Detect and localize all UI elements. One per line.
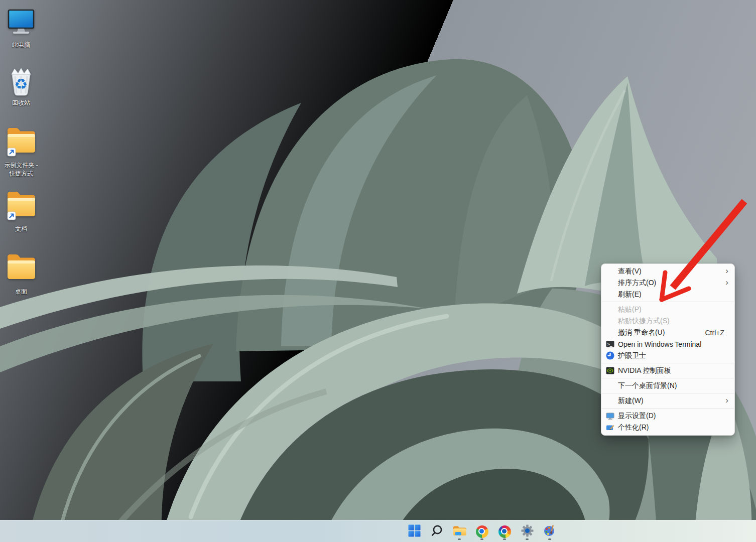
search-icon <box>431 524 443 539</box>
desktop-icon-label: 此电脑 <box>2 41 41 49</box>
eye-care-clock-icon <box>605 351 614 360</box>
display-settings-icon <box>605 412 614 421</box>
menu-item-display-settings[interactable]: 显示设置(D) <box>601 410 734 422</box>
menu-item-view[interactable]: 查看(V) › <box>601 265 734 277</box>
chrome-icon <box>476 525 488 538</box>
menu-item-new[interactable]: 新建(W) › <box>601 395 734 406</box>
nvidia-icon <box>605 366 614 375</box>
windows-terminal-icon: >_ <box>605 340 614 349</box>
running-indicator <box>548 538 551 540</box>
desktop-icon-label: 回收站 <box>2 99 41 107</box>
running-indicator <box>503 538 506 540</box>
desktop-icon-label: 文档 <box>2 225 41 233</box>
file-explorer-button[interactable] <box>449 521 469 541</box>
menu-item-undo-rename[interactable]: 撤消 重命名(U) Ctrl+Z <box>601 327 734 338</box>
folder-icon <box>0 252 42 286</box>
pinwheel-browser-icon <box>498 525 511 538</box>
paint-palette-icon <box>543 524 556 539</box>
desktop-icon-label: 桌面 <box>2 288 41 296</box>
desktop-icon-documents[interactable]: 文档 <box>0 189 42 233</box>
running-indicator <box>458 538 461 540</box>
running-indicator <box>480 538 483 540</box>
personalization-icon <box>605 423 614 432</box>
menu-item-paste-shortcut: 粘贴快捷方式(S) <box>601 315 734 327</box>
taskbar-icon-group <box>404 520 560 542</box>
pinwheel-browser-button[interactable] <box>494 521 515 541</box>
folder-shortcut-icon <box>0 125 42 160</box>
menu-item-personalize[interactable]: 个性化(R) <box>601 422 734 433</box>
chrome-button[interactable] <box>472 521 492 541</box>
menu-item-next-desktop-background[interactable]: 下一个桌面背景(N) <box>601 380 734 391</box>
menu-separator <box>602 302 734 302</box>
search-button[interactable] <box>427 521 447 541</box>
desktop-icon-label: 示例文件夹 - 快捷方式 <box>2 161 41 178</box>
desktop-icon-sample-folder-shortcut[interactable]: 示例文件夹 - 快捷方式 <box>0 125 42 178</box>
this-pc-icon <box>0 5 42 39</box>
start-button[interactable] <box>404 521 424 541</box>
running-indicator <box>526 538 529 540</box>
menu-separator <box>602 363 734 363</box>
folder-shortcut-icon <box>0 189 42 223</box>
desktop-icon-desktop-folder[interactable]: 桌面 <box>0 252 42 296</box>
menu-item-nvidia-control-panel[interactable]: NVIDIA 控制面板 <box>601 365 734 376</box>
menu-item-eye-care[interactable]: 护眼卫士 <box>601 350 734 361</box>
desktop-icon-this-pc[interactable]: 此电脑 <box>0 5 42 49</box>
svg-text:>_: >_ <box>607 342 612 347</box>
chevron-right-icon: › <box>725 266 728 275</box>
menu-separator <box>602 393 734 393</box>
taskbar <box>0 520 756 542</box>
chevron-right-icon: › <box>725 278 728 287</box>
menu-item-paste: 粘贴(P) <box>601 304 734 315</box>
windows-start-icon <box>408 524 421 539</box>
paint-palette-button[interactable] <box>540 521 560 541</box>
menu-separator <box>602 408 734 409</box>
keyboard-shortcut: Ctrl+Z <box>705 329 729 337</box>
recycle-bin-icon: ♻ <box>0 63 42 97</box>
settings-button[interactable] <box>517 521 537 541</box>
menu-item-refresh[interactable]: 刷新(E) <box>601 289 734 300</box>
menu-separator <box>602 378 734 378</box>
file-explorer-icon <box>453 524 466 538</box>
settings-gear-icon <box>521 524 534 539</box>
menu-item-sort-by[interactable]: 排序方式(O) › <box>601 277 734 289</box>
svg-text:♻: ♻ <box>15 75 28 93</box>
chevron-right-icon: › <box>725 396 728 404</box>
desktop-icon-recycle-bin[interactable]: ♻ 回收站 <box>0 63 42 107</box>
desktop-context-menu: 查看(V) › 排序方式(O) › 刷新(E) 粘贴(P) 粘贴快捷方式(S) … <box>601 263 735 436</box>
menu-item-open-windows-terminal[interactable]: >_ Open in Windows Terminal <box>601 338 734 350</box>
